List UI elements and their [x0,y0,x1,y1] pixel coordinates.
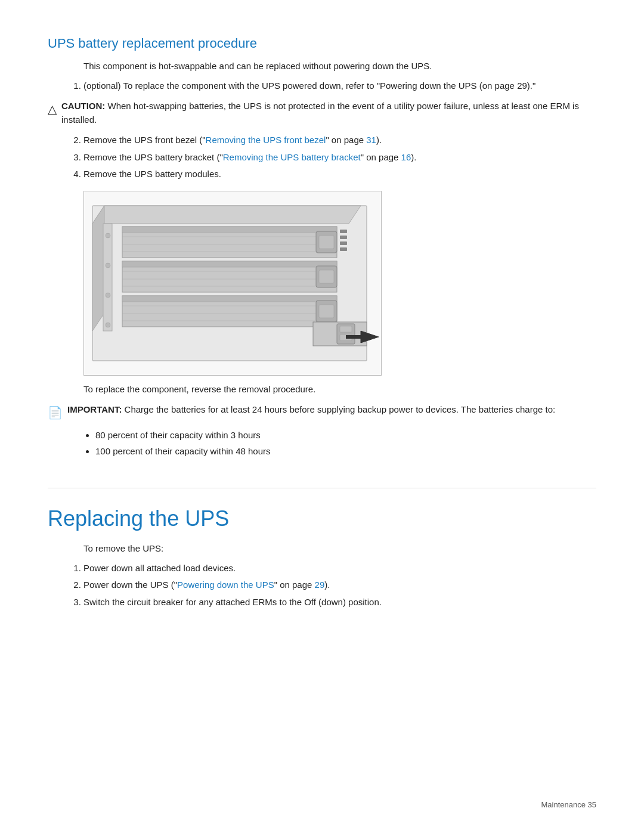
step-3: Remove the UPS battery bracket ("Removin… [83,151,596,165]
caution-icon: △ [48,100,57,118]
chapter-step-2-link[interactable]: Powering down the UPS [177,580,274,590]
step-2-before: Remove the UPS front bezel (" [83,135,206,145]
important-box: 📄 IMPORTANT: Charge the batteries for at… [48,403,596,422]
step-2-mid: " on page [326,135,366,145]
chapter-step-2-mid: " on page [274,580,315,590]
step-2-after: ). [376,135,382,145]
svg-marker-2 [92,206,104,331]
svg-marker-1 [92,206,361,224]
step-1: (optional) To replace the component with… [83,79,596,93]
step-1-text: (optional) To replace the component with… [83,80,535,91]
caution-body-text: When hot-swapping batteries, the UPS is … [61,101,579,125]
step-3-page[interactable]: 16 [401,152,411,162]
steps-list-1: (optional) To replace the component with… [83,79,596,93]
svg-rect-29 [346,335,363,339]
important-text: IMPORTANT: Charge the batteries for at l… [67,403,596,417]
caution-box: △ CAUTION: When hot-swapping batteries, … [48,100,596,126]
ups-battery-image [83,191,382,376]
svg-rect-26 [340,326,352,332]
important-label: IMPORTANT: [67,404,122,414]
caution-text: CAUTION: When hot-swapping batteries, th… [61,100,596,126]
chapter-steps-list: Power down all attached load devices. Po… [83,562,596,609]
step-4: Remove the UPS battery modules. [83,168,596,181]
after-image-text: To replace the component, reverse the re… [83,383,596,397]
important-body-text: Charge the batteries for at least 24 hou… [125,404,556,414]
step-2: Remove the UPS front bezel ("Removing th… [83,134,596,147]
footer: Maintenance 35 [541,800,596,809]
chapter-step-2-before: Power down the UPS (" [83,580,177,590]
svg-rect-14 [122,296,337,302]
svg-point-38 [106,323,110,327]
chapter-step-2-page[interactable]: 29 [315,580,325,590]
section-intro: This component is hot-swappable and can … [83,60,596,73]
step-3-after: ). [411,152,416,162]
chapter-intro: To remove the UPS: [83,542,596,556]
step-3-before: Remove the UPS battery bracket (" [83,152,223,162]
footer-text: Maintenance 35 [541,800,596,809]
chapter-title: Replacing the UPS [48,488,596,531]
section-title: UPS battery replacement procedure [48,36,596,51]
caution-label: CAUTION: [61,101,105,111]
svg-marker-28 [361,331,379,343]
ups-battery-svg [86,194,379,373]
step-4-text: Remove the UPS battery modules. [83,169,221,179]
charge-list: 80 percent of their capacity within 3 ho… [95,429,596,458]
svg-point-35 [106,233,110,238]
step-2-page[interactable]: 31 [366,135,376,145]
svg-point-37 [106,293,110,298]
svg-rect-19 [319,236,334,249]
svg-rect-4 [122,227,337,233]
steps-list-2: Remove the UPS front bezel ("Removing th… [83,134,596,181]
bullet-1: 80 percent of their capacity within 3 ho… [95,429,596,442]
step-2-link[interactable]: Removing the UPS front bezel [206,135,326,145]
chapter-step-1: Power down all attached load devices. [83,562,596,575]
svg-rect-34 [103,224,112,331]
bullet-2: 100 percent of their capacity within 48 … [95,445,596,459]
step-3-link[interactable]: Removing the UPS battery bracket [223,152,361,162]
step-3-mid: " on page [361,152,401,162]
svg-rect-23 [319,305,334,318]
svg-rect-9 [122,261,337,267]
chapter-step-3: Switch the circuit breaker for any attac… [83,596,596,609]
svg-rect-31 [340,236,347,239]
svg-rect-30 [340,230,347,233]
svg-rect-21 [319,270,334,283]
chapter-step-1-text: Power down all attached load devices. [83,563,236,573]
chapter-step-2-after: ). [324,580,330,590]
svg-rect-33 [340,247,347,251]
chapter-step-2: Power down the UPS ("Powering down the U… [83,578,596,592]
chapter-step-3-text: Switch the circuit breaker for any attac… [83,597,382,607]
important-icon: 📄 [48,404,63,422]
svg-point-36 [106,263,110,268]
svg-rect-32 [340,241,347,245]
